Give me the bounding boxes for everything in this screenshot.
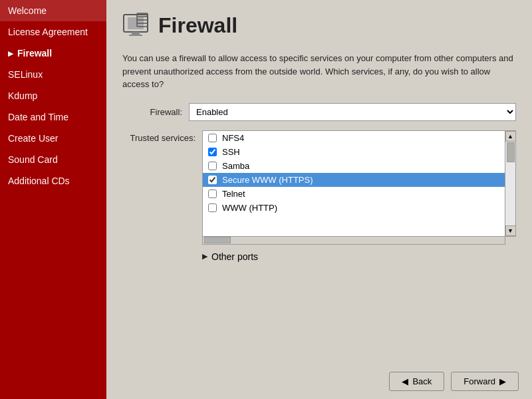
sidebar-item-license[interactable]: License Agreement — [0, 21, 106, 43]
service-item-telnet[interactable]: Telnet — [203, 187, 505, 201]
sidebar-item-datetime[interactable]: Date and Time — [0, 106, 106, 128]
firewall-icon — [122, 12, 149, 39]
other-ports-row[interactable]: ▶ Other ports — [202, 251, 516, 262]
vertical-scrollbar[interactable]: ▲ ▼ — [505, 130, 516, 237]
trusted-services-label: Trusted services: — [122, 130, 202, 143]
sidebar-item-label: SELinux — [8, 69, 43, 80]
services-list: NFS4SSHSambaSecure WWW (HTTPS)TelnetWWW … — [202, 130, 505, 237]
svg-rect-3 — [129, 35, 142, 36]
sidebar: WelcomeLicense Agreement▶FirewallSELinux… — [0, 0, 106, 399]
service-label-www-http: WWW (HTTP) — [222, 203, 277, 213]
service-label-samba: Samba — [222, 161, 249, 171]
sidebar-item-soundcard[interactable]: Sound Card — [0, 149, 106, 170]
sidebar-item-additionalcds[interactable]: Additional CDs — [0, 170, 106, 192]
service-label-telnet: Telnet — [222, 189, 245, 199]
service-label-nfs4: NFS4 — [222, 133, 244, 143]
scroll-track — [505, 142, 515, 225]
service-label-ssh: SSH — [222, 147, 240, 157]
sidebar-item-label: License Agreement — [8, 27, 88, 37]
service-item-ssh[interactable]: SSH — [203, 145, 505, 159]
sidebar-item-label: Welcome — [8, 5, 47, 16]
sidebar-item-kdump[interactable]: Kdump — [0, 85, 106, 106]
bottom-bar: ◀ Back Forward ▶ — [106, 364, 532, 399]
firewall-control: DisabledEnabled — [189, 103, 516, 121]
main-content: Firewall You can use a firewall to allow… — [106, 0, 532, 399]
sidebar-item-selinux[interactable]: SELinux — [0, 64, 106, 85]
service-item-secure-www[interactable]: Secure WWW (HTTPS) — [203, 173, 505, 187]
sidebar-item-welcome[interactable]: Welcome — [0, 0, 106, 21]
service-checkbox-nfs4[interactable] — [208, 134, 217, 142]
service-item-www-http[interactable]: WWW (HTTP) — [203, 201, 505, 215]
sidebar-item-createuser[interactable]: Create User — [0, 128, 106, 149]
content-area: You can use a firewall to allow access t… — [106, 45, 532, 364]
back-arrow-icon: ◀ — [402, 376, 408, 386]
trusted-services-row: Trusted services: NFS4SSHSambaSecure WWW… — [122, 130, 516, 245]
service-label-secure-www: Secure WWW (HTTPS) — [222, 175, 313, 185]
forward-label: Forward — [464, 376, 495, 386]
service-checkbox-telnet[interactable] — [208, 190, 217, 198]
active-arrow-icon: ▶ — [8, 50, 13, 57]
sidebar-item-label: Create User — [8, 133, 58, 144]
svg-rect-2 — [132, 32, 140, 35]
sidebar-item-label: Firewall — [17, 48, 52, 59]
firewall-label: Firewall: — [122, 107, 189, 117]
sidebar-item-label: Sound Card — [8, 154, 58, 165]
service-item-samba[interactable]: Samba — [203, 159, 505, 173]
service-item-nfs4[interactable]: NFS4 — [203, 131, 505, 145]
sidebar-item-label: Date and Time — [8, 112, 68, 122]
scroll-down-button[interactable]: ▼ — [505, 225, 516, 236]
description-text: You can use a firewall to allow access t… — [122, 52, 516, 91]
sidebar-item-label: Additional CDs — [8, 176, 70, 186]
service-checkbox-www-http[interactable] — [208, 203, 217, 212]
hscroll-thumb — [204, 237, 231, 243]
expand-triangle-icon: ▶ — [202, 252, 207, 261]
service-checkbox-secure-www[interactable] — [208, 176, 217, 184]
sidebar-item-firewall[interactable]: ▶Firewall — [0, 43, 106, 64]
service-checkbox-samba[interactable] — [208, 162, 217, 170]
other-ports-label: Other ports — [211, 251, 258, 262]
firewall-select[interactable]: DisabledEnabled — [189, 103, 516, 121]
service-checkbox-ssh[interactable] — [208, 148, 217, 156]
back-label: Back — [412, 376, 432, 386]
back-button[interactable]: ◀ Back — [389, 372, 444, 391]
firewall-row: Firewall: DisabledEnabled — [122, 103, 516, 121]
forward-arrow-icon: ▶ — [499, 376, 506, 386]
sidebar-item-label: Kdump — [8, 90, 37, 101]
forward-button[interactable]: Forward ▶ — [451, 372, 519, 391]
scroll-up-button[interactable]: ▲ — [505, 131, 516, 142]
page-header: Firewall — [106, 0, 532, 45]
page-title: Firewall — [158, 13, 237, 38]
horizontal-scrollbar[interactable] — [202, 237, 505, 245]
